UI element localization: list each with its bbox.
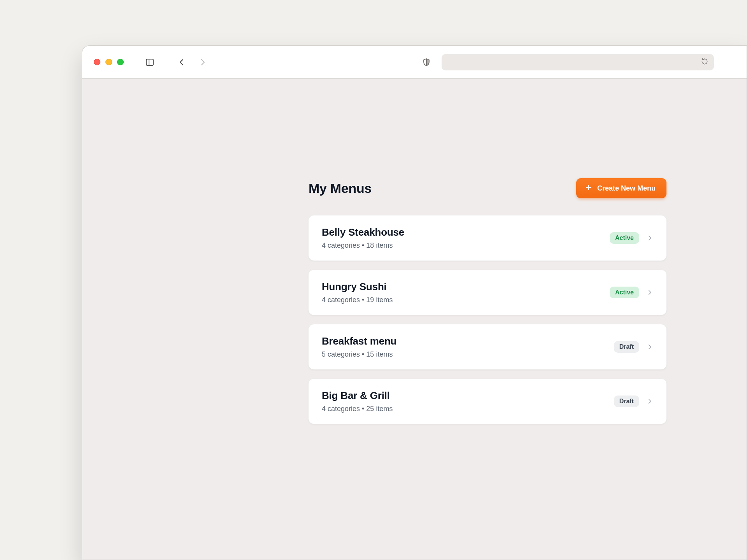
status-badge: Active (610, 287, 639, 298)
zoom-window-button[interactable] (117, 59, 124, 65)
page-body: My Menus Create New Menu Belly Steakh (82, 79, 747, 560)
plus-icon (585, 184, 593, 193)
svg-rect-0 (146, 59, 153, 65)
menu-list: Belly Steakhouse 4 categories • 18 items… (309, 215, 666, 424)
forward-button[interactable] (197, 56, 209, 68)
browser-toolbar (82, 46, 747, 79)
menu-subtitle: 4 categories • 25 items (322, 405, 607, 413)
status-badge: Draft (614, 341, 639, 353)
menu-card[interactable]: Breakfast menu 5 categories • 15 items D… (309, 324, 666, 369)
back-button[interactable] (176, 56, 188, 68)
menu-subtitle: 4 categories • 18 items (322, 242, 603, 250)
chevron-right-icon (646, 398, 653, 405)
window-controls (94, 59, 124, 65)
page-header: My Menus Create New Menu (309, 178, 666, 198)
chevron-right-icon (646, 289, 653, 296)
chevron-right-icon (646, 234, 653, 242)
menu-name: Hungry Sushi (322, 281, 603, 293)
menu-card[interactable]: Big Bar & Grill 4 categories • 25 items … (309, 379, 666, 424)
minimize-window-button[interactable] (105, 59, 112, 65)
status-badge: Active (610, 232, 639, 244)
menu-subtitle: 4 categories • 19 items (322, 296, 603, 304)
status-badge: Draft (614, 396, 639, 407)
menu-subtitle: 5 categories • 15 items (322, 350, 607, 359)
sidebar-toggle-button[interactable] (144, 56, 156, 68)
create-new-menu-label: Create New Menu (597, 184, 656, 192)
browser-window: My Menus Create New Menu Belly Steakh (82, 46, 747, 560)
address-bar[interactable] (442, 54, 714, 70)
chevron-right-icon (646, 343, 653, 350)
create-new-menu-button[interactable]: Create New Menu (576, 178, 666, 198)
page-title: My Menus (309, 181, 372, 196)
menu-name: Breakfast menu (322, 335, 607, 347)
privacy-shield-icon[interactable] (421, 56, 432, 68)
menu-name: Big Bar & Grill (322, 390, 607, 402)
close-window-button[interactable] (94, 59, 100, 65)
menu-card[interactable]: Belly Steakhouse 4 categories • 18 items… (309, 215, 666, 261)
menu-card[interactable]: Hungry Sushi 4 categories • 19 items Act… (309, 270, 666, 315)
menu-name: Belly Steakhouse (322, 226, 603, 238)
refresh-icon[interactable] (701, 58, 708, 67)
